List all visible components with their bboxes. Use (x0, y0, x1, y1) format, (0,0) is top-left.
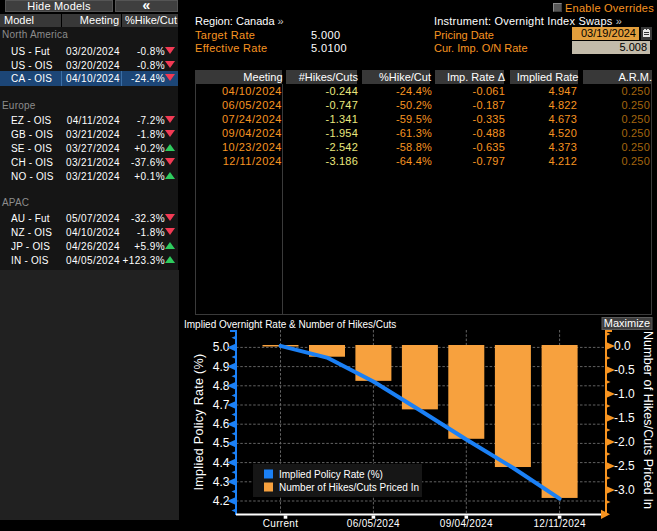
svg-text:Number of Hikes/Cuts Priced In: Number of Hikes/Cuts Priced In (279, 482, 419, 493)
svg-text:12/11/2024: 12/11/2024 (533, 518, 585, 529)
svg-text:Current: Current (263, 518, 298, 529)
svg-text:-1.0: -1.0 (614, 387, 635, 401)
svg-text:Implied Overnight Rate & Numbe: Implied Overnight Rate & Number of Hikes… (184, 319, 396, 330)
svg-text:0.0: 0.0 (614, 339, 631, 353)
svg-text:Implied Policy Rate (%): Implied Policy Rate (%) (279, 469, 383, 480)
svg-text:-2.5: -2.5 (614, 459, 635, 473)
svg-text:-0.5: -0.5 (614, 363, 635, 377)
svg-text:Number of Hikes/Cuts Priced In: Number of Hikes/Cuts Priced In (641, 331, 655, 509)
svg-text:06/05/2024: 06/05/2024 (347, 518, 400, 529)
svg-text:-1.5: -1.5 (614, 411, 635, 425)
svg-text:-2.0: -2.0 (614, 435, 635, 449)
svg-text:-3.0: -3.0 (614, 483, 635, 497)
svg-text:Maximize: Maximize (604, 317, 650, 329)
svg-text:09/04/2024: 09/04/2024 (440, 518, 493, 529)
svg-text:Implied Policy Rate (%): Implied Policy Rate (%) (192, 354, 206, 491)
